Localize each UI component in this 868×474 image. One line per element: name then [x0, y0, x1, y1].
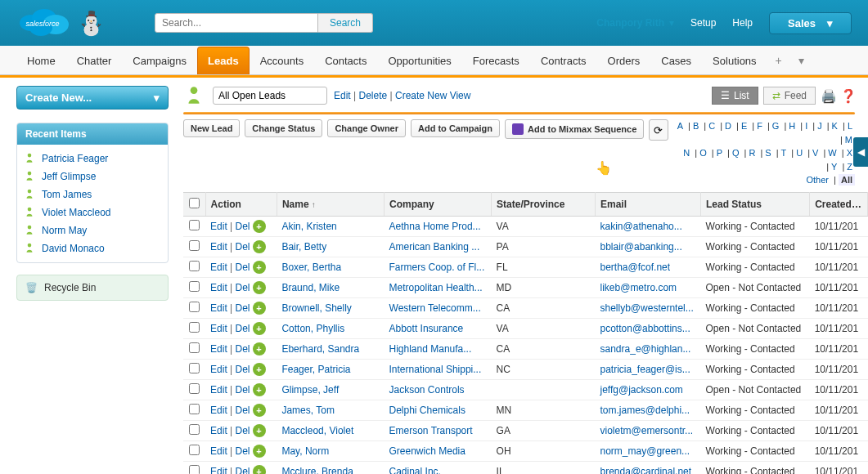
edit-link[interactable]: Edit — [210, 262, 227, 273]
edit-link[interactable]: Edit — [210, 241, 227, 253]
row-checkbox[interactable] — [189, 424, 200, 435]
alpha-P[interactable]: P — [717, 148, 722, 158]
alpha-D[interactable]: D — [725, 121, 731, 131]
alpha-I[interactable]: I — [805, 121, 807, 131]
alpha-other[interactable]: Other — [806, 175, 829, 185]
company-link[interactable]: Emerson Transport — [389, 425, 473, 436]
print-icon[interactable]: 🖨️ — [821, 88, 835, 103]
user-menu[interactable]: Chanpory Rith▾ — [596, 17, 674, 29]
del-link[interactable]: Del — [236, 466, 250, 475]
add-action-icon[interactable]: + — [253, 404, 266, 417]
lead-name-link[interactable]: Mcclure, Brenda — [281, 466, 353, 475]
lead-name-link[interactable]: Feager, Patricia — [281, 364, 350, 375]
create-view-link[interactable]: Create New View — [395, 90, 470, 101]
lead-name-link[interactable]: Maccleod, Violet — [281, 425, 353, 436]
recycle-bin[interactable]: 🗑️ Recycle Bin — [16, 275, 169, 301]
alpha-X[interactable]: X — [847, 148, 852, 158]
setup-link[interactable]: Setup — [690, 17, 716, 29]
del-link[interactable]: Del — [236, 425, 250, 436]
nav-tab-leads[interactable]: Leads — [197, 47, 250, 74]
col-status[interactable]: Lead Status — [701, 192, 810, 216]
alpha-L[interactable]: L — [848, 121, 852, 131]
edit-link[interactable]: Edit — [210, 343, 227, 355]
add-action-icon[interactable]: + — [253, 342, 266, 356]
company-link[interactable]: Delphi Chemicals — [389, 405, 465, 416]
company-link[interactable]: Greenwich Media — [389, 445, 465, 457]
add-action-icon[interactable]: + — [253, 302, 266, 315]
del-link[interactable]: Del — [236, 262, 250, 273]
alpha-all[interactable]: All — [839, 174, 855, 186]
nav-tab-solutions[interactable]: Solutions — [702, 47, 767, 74]
recent-item-link[interactable]: David Monaco — [42, 243, 105, 254]
add-action-icon[interactable]: + — [253, 465, 266, 475]
nav-tab-cases[interactable]: Cases — [650, 47, 702, 74]
row-checkbox[interactable] — [189, 220, 200, 230]
nav-tab-home[interactable]: Home — [16, 47, 66, 74]
create-new-button[interactable]: Create New...▾ — [16, 86, 169, 110]
edit-view-link[interactable]: Edit — [334, 90, 351, 101]
alpha-U[interactable]: U — [796, 148, 803, 158]
edit-link[interactable]: Edit — [210, 445, 227, 457]
del-link[interactable]: Del — [236, 384, 250, 396]
row-checkbox[interactable] — [189, 261, 200, 271]
recent-item-link[interactable]: Jeff Glimpse — [42, 171, 96, 182]
add-action-icon[interactable]: + — [253, 220, 266, 233]
alpha-R[interactable]: R — [749, 148, 755, 158]
row-checkbox[interactable] — [189, 281, 200, 292]
help-link[interactable]: Help — [732, 17, 753, 29]
edit-link[interactable]: Edit — [210, 384, 227, 396]
del-link[interactable]: Del — [236, 323, 250, 334]
add-campaign-button[interactable]: Add to Campaign — [411, 119, 500, 137]
alpha-H[interactable]: H — [789, 121, 795, 131]
email-link[interactable]: patricia_feager@is... — [600, 364, 690, 375]
add-action-icon[interactable]: + — [253, 240, 266, 253]
alpha-Y[interactable]: Y — [831, 162, 837, 172]
alpha-T[interactable]: T — [781, 148, 787, 158]
lead-name-link[interactable]: Akin, Kristen — [281, 221, 336, 232]
col-action[interactable]: Action — [205, 192, 277, 216]
row-checkbox[interactable] — [189, 465, 200, 475]
lead-name-link[interactable]: Eberhard, Sandra — [281, 343, 359, 355]
col-created[interactable]: Created Da — [810, 192, 868, 216]
nav-tab-chatter[interactable]: Chatter — [66, 47, 123, 74]
del-link[interactable]: Del — [236, 302, 250, 314]
search-button[interactable]: Search — [318, 13, 373, 33]
row-checkbox[interactable] — [189, 302, 200, 312]
del-link[interactable]: Del — [236, 221, 250, 232]
add-action-icon[interactable]: + — [253, 424, 266, 437]
search-input[interactable] — [155, 13, 318, 33]
email-link[interactable]: likeb@metro.com — [600, 282, 677, 293]
company-link[interactable]: Farmers Coop. of Fl... — [389, 262, 485, 273]
del-link[interactable]: Del — [236, 343, 250, 355]
nav-more[interactable]: ▾ — [790, 47, 812, 74]
edit-link[interactable]: Edit — [210, 221, 227, 232]
alpha-S[interactable]: S — [765, 148, 771, 158]
alpha-E[interactable]: E — [741, 121, 747, 131]
row-checkbox[interactable] — [189, 240, 200, 251]
lead-name-link[interactable]: Glimpse, Jeff — [281, 384, 339, 396]
alpha-G[interactable]: G — [772, 121, 780, 131]
email-link[interactable]: pcotton@abbottins... — [600, 323, 690, 334]
add-action-icon[interactable]: + — [253, 322, 266, 335]
lead-name-link[interactable]: Boxer, Bertha — [281, 262, 341, 273]
edit-link[interactable]: Edit — [210, 425, 227, 436]
add-action-icon[interactable]: + — [253, 281, 266, 294]
app-switcher[interactable]: Sales▾ — [769, 12, 852, 34]
col-company[interactable]: Company — [385, 192, 492, 216]
company-link[interactable]: International Shippi... — [389, 364, 482, 375]
company-link[interactable]: Abbott Insurance — [389, 323, 464, 334]
help-icon[interactable]: ❓ — [840, 88, 855, 103]
alpha-C[interactable]: C — [708, 121, 715, 131]
company-link[interactable]: American Banking ... — [389, 241, 480, 253]
collapse-tab[interactable]: ◀ — [853, 137, 868, 167]
select-all-checkbox[interactable] — [189, 198, 200, 208]
edit-link[interactable]: Edit — [210, 364, 227, 375]
nav-tab-campaigns[interactable]: Campaigns — [122, 47, 197, 74]
alpha-V[interactable]: V — [812, 148, 818, 158]
row-checkbox[interactable] — [189, 445, 200, 455]
row-checkbox[interactable] — [189, 383, 200, 394]
new-lead-button[interactable]: New Lead — [183, 119, 240, 137]
alpha-W[interactable]: W — [828, 148, 836, 158]
email-link[interactable]: brenda@cardinal.net — [600, 466, 692, 475]
nav-tab-orders[interactable]: Orders — [597, 47, 651, 74]
